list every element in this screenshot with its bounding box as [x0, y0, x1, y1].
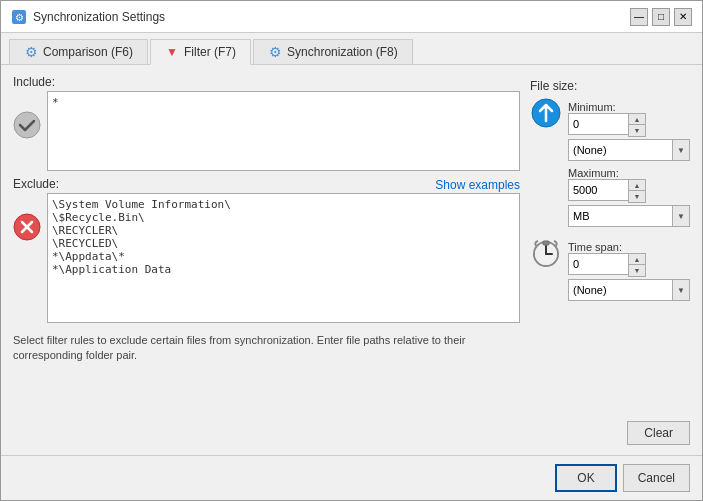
include-textarea[interactable]: *	[47, 91, 520, 171]
main-window: ⚙ Synchronization Settings — □ ✕ ⚙ Compa…	[0, 0, 703, 501]
maximum-spinner-buttons: ▲ ▼	[628, 179, 646, 203]
minimum-unit-row: (None) KB MB GB ▼	[568, 139, 690, 161]
timespan-unit-dropdown-arrow[interactable]: ▼	[672, 279, 690, 301]
time-span-label: Time span:	[568, 241, 690, 253]
title-bar: ⚙ Synchronization Settings — □ ✕	[1, 1, 702, 33]
timespan-spinner-buttons: ▲ ▼	[628, 253, 646, 277]
svg-rect-9	[543, 241, 549, 245]
file-size-controls: Minimum: ▲ ▼ (None) KB	[568, 97, 690, 227]
maximum-decrement-button[interactable]: ▼	[629, 191, 645, 202]
close-button[interactable]: ✕	[674, 8, 692, 26]
include-row: *	[13, 91, 520, 171]
maximize-button[interactable]: □	[652, 8, 670, 26]
filter-icon: ▼	[165, 45, 179, 59]
timespan-unit-select[interactable]: (None) Seconds Minutes Hours Days	[568, 279, 672, 301]
minimum-label: Minimum:	[568, 101, 690, 113]
include-checkmark-icon	[13, 111, 41, 139]
exclude-textarea[interactable]: \System Volume Information\ \$Recycle.Bi…	[47, 193, 520, 323]
tab-synchronization-label: Synchronization (F8)	[287, 45, 398, 59]
tab-filter[interactable]: ▼ Filter (F7)	[150, 39, 251, 65]
title-bar-controls: — □ ✕	[630, 8, 692, 26]
file-size-section: File size: Minimum: ▲	[530, 79, 690, 227]
timespan-unit-row: (None) Seconds Minutes Hours Days ▼	[568, 279, 690, 301]
clear-button[interactable]: Clear	[627, 421, 690, 445]
exclude-x-icon	[13, 213, 41, 241]
minimum-spinner-row: ▲ ▼	[568, 113, 690, 137]
gear-icon: ⚙	[24, 45, 38, 59]
exclude-label: Exclude:	[13, 177, 59, 191]
right-panel: File size: Minimum: ▲	[530, 75, 690, 445]
minimize-button[interactable]: —	[630, 8, 648, 26]
ok-button[interactable]: OK	[555, 464, 616, 492]
file-size-icon	[530, 97, 562, 129]
file-size-row: Minimum: ▲ ▼ (None) KB	[530, 97, 690, 227]
tab-comparison-label: Comparison (F6)	[43, 45, 133, 59]
gear2-icon: ⚙	[268, 45, 282, 59]
exclude-row: \System Volume Information\ \$Recycle.Bi…	[13, 193, 520, 323]
file-size-label: File size:	[530, 79, 690, 93]
timespan-decrement-button[interactable]: ▼	[629, 265, 645, 276]
minimum-spinner-buttons: ▲ ▼	[628, 113, 646, 137]
time-span-row: Time span: ▲ ▼ (None) Seconds	[530, 237, 690, 301]
timespan-spinner-row: ▲ ▼	[568, 253, 690, 277]
minimum-unit-dropdown-arrow[interactable]: ▼	[672, 139, 690, 161]
tabs-bar: ⚙ Comparison (F6) ▼ Filter (F7) ⚙ Synchr…	[1, 33, 702, 65]
minimum-value-input[interactable]	[568, 113, 628, 135]
minimum-unit-select[interactable]: (None) KB MB GB	[568, 139, 672, 161]
footer: OK Cancel	[1, 455, 702, 500]
maximum-value-input[interactable]	[568, 179, 628, 201]
svg-text:⚙: ⚙	[15, 12, 24, 23]
exclude-section: Exclude: Show examples \System Volume In…	[13, 177, 520, 323]
include-label: Include:	[13, 75, 520, 89]
tab-filter-label: Filter (F7)	[184, 45, 236, 59]
timespan-value-input[interactable]	[568, 253, 628, 275]
left-panel: Include: * Exclude: Show examples	[13, 75, 520, 445]
timespan-increment-button[interactable]: ▲	[629, 254, 645, 265]
maximum-unit-select[interactable]: (None) KB MB GB	[568, 205, 672, 227]
exclude-header: Exclude: Show examples	[13, 177, 520, 193]
time-span-section: Time span: ▲ ▼ (None) Seconds	[530, 237, 690, 301]
maximum-spinner-row: ▲ ▼	[568, 179, 690, 203]
status-text: Select filter rules to exclude certain f…	[13, 333, 520, 364]
svg-point-2	[14, 112, 40, 138]
tab-comparison[interactable]: ⚙ Comparison (F6)	[9, 39, 148, 64]
minimum-increment-button[interactable]: ▲	[629, 114, 645, 125]
cancel-button[interactable]: Cancel	[623, 464, 690, 492]
title-bar-left: ⚙ Synchronization Settings	[11, 9, 165, 25]
app-icon: ⚙	[11, 9, 27, 25]
maximum-unit-dropdown-arrow[interactable]: ▼	[672, 205, 690, 227]
maximum-unit-row: (None) KB MB GB ▼	[568, 205, 690, 227]
clear-button-row: Clear	[530, 417, 690, 445]
main-content: Include: * Exclude: Show examples	[1, 65, 702, 455]
maximum-label: Maximum:	[568, 167, 690, 179]
tab-synchronization[interactable]: ⚙ Synchronization (F8)	[253, 39, 413, 64]
window-title: Synchronization Settings	[33, 10, 165, 24]
maximum-increment-button[interactable]: ▲	[629, 180, 645, 191]
include-section: Include: *	[13, 75, 520, 171]
show-examples-link[interactable]: Show examples	[435, 178, 520, 192]
minimum-decrement-button[interactable]: ▼	[629, 125, 645, 136]
time-span-icon	[530, 237, 562, 269]
time-span-controls: Time span: ▲ ▼ (None) Seconds	[568, 237, 690, 301]
